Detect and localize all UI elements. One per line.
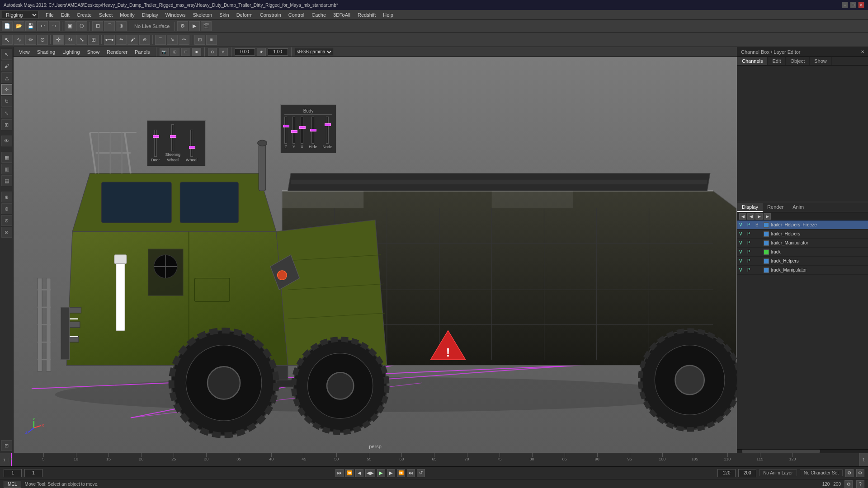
door-slider-track[interactable] [154, 130, 157, 157]
layer-row-2[interactable]: V P trailer_Manipulator [737, 239, 868, 248]
layer-p-5[interactable]: P [747, 267, 754, 272]
hide-slider-thumb[interactable] [310, 129, 316, 131]
x-slider-track[interactable] [301, 117, 303, 144]
menu-modify[interactable]: Modify [116, 11, 138, 19]
prev-frame-btn[interactable]: ◀ [355, 469, 363, 477]
timeline-ruler[interactable]: 0510152025303540455055606570758085909510… [11, 453, 859, 466]
tab-edit[interactable]: Edit [768, 57, 786, 65]
menu-create[interactable]: Create [73, 11, 95, 19]
tab-display[interactable]: Display [737, 203, 763, 212]
snap-curve-btn[interactable]: ⌒ [104, 21, 115, 31]
snap-grid-btn[interactable]: ⊞ [92, 21, 103, 31]
menu-3dtoall[interactable]: 3DToAll [330, 11, 354, 19]
layer-row-4[interactable]: V P truck_Helpers [737, 257, 868, 266]
menu-control[interactable]: Control [285, 11, 308, 19]
scale-tool-btn[interactable]: ⤡ [76, 35, 87, 45]
layer-color-3[interactable] [764, 249, 769, 255]
layer-p-4[interactable]: P [747, 258, 754, 263]
tab-channels[interactable]: Channels [737, 57, 768, 65]
node-slider-track[interactable] [326, 117, 329, 144]
tab-anim[interactable]: Anim [788, 203, 808, 212]
render-settings-btn[interactable]: ⚙ [177, 21, 188, 31]
loop-btn[interactable]: ↺ [417, 469, 425, 477]
layer-color-2[interactable] [764, 240, 769, 246]
hide-slider-control[interactable]: Hide [309, 117, 317, 149]
scale-mode-btn[interactable]: ⤡ [1, 108, 12, 118]
menu-redshift[interactable]: Redshift [354, 11, 379, 19]
menu-select[interactable]: Select [95, 11, 117, 19]
layer-row-5[interactable]: V P truck_Manipulator [737, 266, 868, 275]
status-settings-btn[interactable]: ⚙ [844, 480, 853, 488]
layer-color-4[interactable] [764, 258, 769, 264]
vp-menu-renderer[interactable]: Renderer [104, 48, 130, 56]
tab-render[interactable]: Render [763, 203, 788, 212]
vp-value2-input[interactable]: 1.00 [268, 48, 288, 56]
cv-curve-btn[interactable]: ⌒ [155, 35, 166, 45]
vp-isolate-btn[interactable]: ⊙ [208, 48, 217, 56]
sculpt-btn[interactable]: △ [1, 72, 12, 83]
layer-row-0[interactable]: V P B trailer_Helpers_Freeze [737, 221, 868, 230]
door-slider-thumb[interactable] [153, 135, 159, 138]
show-manip-btn[interactable]: 👁 [1, 136, 12, 146]
misc-btn4[interactable]: ⊘ [1, 227, 12, 238]
menu-help[interactable]: Help [379, 11, 397, 19]
rotate-mode-btn[interactable]: ↻ [1, 96, 12, 107]
vp-menu-shading[interactable]: Shading [34, 48, 58, 56]
layer-p-3[interactable]: P [747, 249, 754, 254]
misc-btn2[interactable]: ⊗ [1, 203, 12, 214]
render-btn[interactable]: ▶ [189, 21, 200, 31]
layer-v-1[interactable]: V [739, 231, 745, 236]
vp-menu-lighting[interactable]: Lighting [60, 48, 83, 56]
go-start-btn[interactable]: ⏮ [335, 469, 344, 477]
total-frames-input[interactable] [738, 469, 756, 477]
next-frame-btn[interactable]: ▶ [387, 469, 395, 477]
layer-v-4[interactable]: V [739, 258, 745, 263]
layer-nav-left2[interactable]: ◀ [747, 213, 755, 220]
door-slider-control[interactable]: Door [151, 130, 160, 162]
layer-btn2[interactable]: ▥ [1, 164, 12, 174]
vp-grid-btn[interactable]: ⊞ [170, 48, 179, 56]
vp-menu-view[interactable]: View [16, 48, 33, 56]
char-set-btn[interactable]: ⚙ [845, 469, 854, 477]
x-slider-thumb[interactable] [299, 126, 306, 129]
layer-color-0[interactable] [764, 222, 769, 228]
viewport-canvas[interactable]: ! [14, 57, 737, 453]
panel-scrollbar[interactable] [737, 449, 868, 453]
rotate-tool-btn[interactable]: ↻ [65, 35, 75, 45]
layer-row-3[interactable]: V P truck [737, 248, 868, 257]
maximize-button[interactable]: □ [850, 2, 856, 8]
layer-btn1[interactable]: ▦ [1, 152, 12, 163]
menu-skin[interactable]: Skin [216, 11, 232, 19]
layer-p-0[interactable]: P [747, 222, 754, 227]
move-tool-btn[interactable]: ✛ [53, 35, 64, 45]
layer-nav-right[interactable]: ▶ [755, 213, 763, 220]
select-btn[interactable]: ↖ [2, 35, 13, 45]
menu-windows[interactable]: Windows [162, 11, 189, 19]
paint-btn[interactable]: 🖌 [1, 61, 12, 71]
paint-select-btn[interactable]: ✏ [25, 35, 36, 45]
y-slider-thumb[interactable] [291, 130, 297, 133]
lasso-select-btn[interactable]: ∿ [14, 35, 24, 45]
paint-weights-btn[interactable]: 🖌 [127, 35, 138, 45]
redo-btn[interactable]: ↪ [49, 21, 60, 31]
tab-show[interactable]: Show [810, 57, 832, 65]
layer-nav-right2[interactable]: ▶ [764, 213, 771, 220]
z-slider-track[interactable] [284, 117, 287, 144]
minimize-button[interactable]: − [842, 2, 848, 8]
vp-menu-panels[interactable]: Panels [132, 48, 153, 56]
select-mode-btn[interactable]: ↖ [1, 49, 12, 60]
new-scene-btn[interactable]: 📄 [2, 21, 13, 31]
close-button[interactable]: ✕ [858, 2, 864, 8]
wheel-slider-control[interactable]: Wheel [186, 130, 198, 162]
y-slider-track[interactable] [292, 117, 295, 144]
x-slider-control[interactable]: X [301, 117, 303, 149]
vp-camera-btn[interactable]: 📷 [160, 48, 169, 56]
menu-skeleton[interactable]: Skeleton [189, 11, 216, 19]
menu-file[interactable]: File [42, 11, 57, 19]
play-back-btn[interactable]: ◀▶ [365, 469, 375, 477]
transport-settings-btn[interactable]: ⚙ [856, 469, 864, 477]
pencil-curve-btn[interactable]: ✏ [179, 35, 189, 45]
viewport-container[interactable]: View Shading Lighting Show Renderer Pane… [14, 47, 737, 453]
layer-row-1[interactable]: V P trailer_Helpers [737, 230, 868, 239]
steering-slider-control[interactable]: Steering Wheel [165, 124, 181, 162]
